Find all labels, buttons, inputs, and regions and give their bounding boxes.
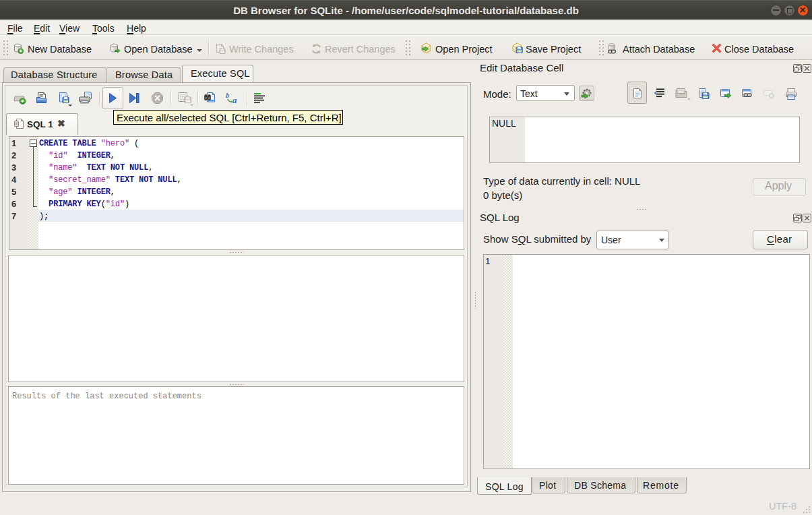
svg-text:b: b (226, 91, 230, 99)
svg-text:a: a (232, 95, 237, 104)
